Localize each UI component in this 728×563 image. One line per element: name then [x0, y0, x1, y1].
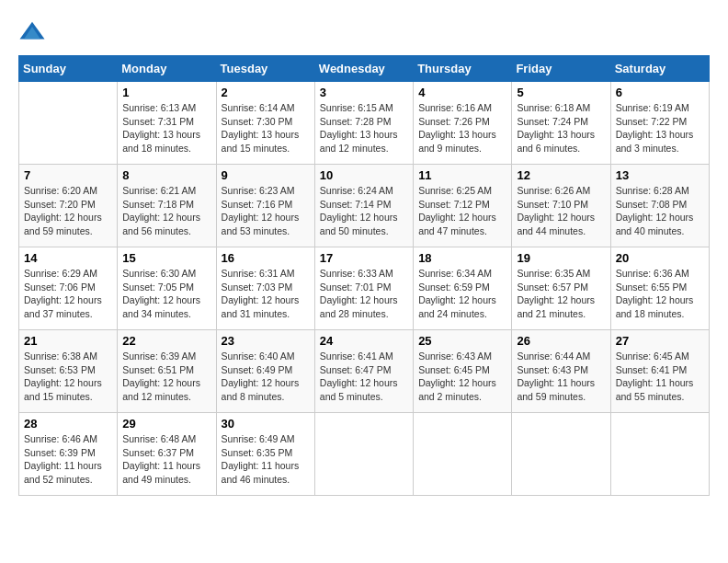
logo-icon: [18, 18, 46, 46]
calendar-cell: [610, 413, 709, 496]
calendar-table: SundayMondayTuesdayWednesdayThursdayFrid…: [18, 55, 710, 496]
day-info: Sunrise: 6:18 AMSunset: 7:24 PMDaylight:…: [517, 102, 595, 154]
weekday-header-sunday: Sunday: [19, 56, 118, 82]
calendar-week-2: 7 Sunrise: 6:20 AMSunset: 7:20 PMDayligh…: [19, 165, 710, 247]
page-header: [18, 18, 710, 46]
calendar-cell: 25 Sunrise: 6:43 AMSunset: 6:45 PMDaylig…: [414, 330, 512, 413]
day-info: Sunrise: 6:20 AMSunset: 7:20 PMDaylight:…: [24, 185, 102, 236]
day-number: 16: [222, 251, 310, 265]
day-number: 1: [122, 86, 210, 99]
logo: [18, 18, 50, 46]
calendar-body: 1 Sunrise: 6:13 AMSunset: 7:31 PMDayligh…: [19, 82, 710, 496]
day-number: 17: [320, 251, 408, 265]
calendar-header: SundayMondayTuesdayWednesdayThursdayFrid…: [19, 56, 710, 82]
day-number: 14: [24, 251, 112, 265]
calendar-cell: [414, 413, 512, 496]
calendar-cell: 24 Sunrise: 6:41 AMSunset: 6:47 PMDaylig…: [314, 330, 413, 413]
weekday-header-tuesday: Tuesday: [216, 56, 314, 82]
calendar-cell: 9 Sunrise: 6:23 AMSunset: 7:16 PMDayligh…: [216, 165, 314, 247]
calendar-cell: 27 Sunrise: 6:45 AMSunset: 6:41 PMDaylig…: [610, 330, 709, 413]
day-info: Sunrise: 6:46 AMSunset: 6:39 PMDaylight:…: [24, 433, 102, 485]
calendar-cell: [314, 413, 413, 496]
day-number: 13: [616, 168, 704, 182]
day-number: 24: [320, 334, 408, 348]
day-number: 3: [320, 86, 408, 99]
day-number: 5: [517, 86, 605, 99]
day-info: Sunrise: 6:23 AMSunset: 7:16 PMDaylight:…: [222, 185, 300, 236]
day-number: 29: [122, 417, 210, 431]
calendar-cell: 1 Sunrise: 6:13 AMSunset: 7:31 PMDayligh…: [118, 82, 216, 165]
calendar-week-1: 1 Sunrise: 6:13 AMSunset: 7:31 PMDayligh…: [19, 82, 710, 165]
calendar-cell: 13 Sunrise: 6:28 AMSunset: 7:08 PMDaylig…: [610, 165, 709, 247]
day-number: 22: [122, 334, 210, 348]
day-info: Sunrise: 6:34 AMSunset: 6:59 PMDaylight:…: [418, 268, 496, 319]
calendar-cell: 12 Sunrise: 6:26 AMSunset: 7:10 PMDaylig…: [512, 165, 610, 247]
day-number: 27: [616, 334, 704, 348]
weekday-header-thursday: Thursday: [414, 56, 512, 82]
day-info: Sunrise: 6:38 AMSunset: 6:53 PMDaylight:…: [24, 350, 102, 402]
day-number: 4: [418, 86, 506, 99]
day-number: 8: [122, 168, 210, 182]
day-number: 20: [616, 251, 704, 265]
calendar-cell: 2 Sunrise: 6:14 AMSunset: 7:30 PMDayligh…: [216, 82, 314, 165]
day-info: Sunrise: 6:40 AMSunset: 6:49 PMDaylight:…: [222, 350, 300, 402]
calendar-cell: [19, 82, 118, 165]
day-number: 21: [24, 334, 112, 348]
day-number: 7: [24, 168, 112, 182]
calendar-week-5: 28 Sunrise: 6:46 AMSunset: 6:39 PMDaylig…: [19, 413, 710, 496]
day-number: 23: [222, 334, 310, 348]
day-info: Sunrise: 6:39 AMSunset: 6:51 PMDaylight:…: [122, 350, 200, 402]
day-info: Sunrise: 6:35 AMSunset: 6:57 PMDaylight:…: [517, 268, 595, 319]
day-info: Sunrise: 6:45 AMSunset: 6:41 PMDaylight:…: [616, 350, 694, 402]
calendar-cell: 29 Sunrise: 6:48 AMSunset: 6:37 PMDaylig…: [118, 413, 216, 496]
day-info: Sunrise: 6:41 AMSunset: 6:47 PMDaylight:…: [320, 350, 398, 402]
day-info: Sunrise: 6:26 AMSunset: 7:10 PMDaylight:…: [517, 185, 595, 236]
day-number: 28: [24, 417, 112, 431]
calendar-cell: 28 Sunrise: 6:46 AMSunset: 6:39 PMDaylig…: [19, 413, 118, 496]
calendar-cell: 8 Sunrise: 6:21 AMSunset: 7:18 PMDayligh…: [118, 165, 216, 247]
day-info: Sunrise: 6:14 AMSunset: 7:30 PMDaylight:…: [222, 102, 300, 154]
calendar-cell: 26 Sunrise: 6:44 AMSunset: 6:43 PMDaylig…: [512, 330, 610, 413]
calendar-week-4: 21 Sunrise: 6:38 AMSunset: 6:53 PMDaylig…: [19, 330, 710, 413]
calendar-cell: 20 Sunrise: 6:36 AMSunset: 6:55 PMDaylig…: [610, 247, 709, 330]
day-info: Sunrise: 6:31 AMSunset: 7:03 PMDaylight:…: [222, 268, 300, 319]
day-info: Sunrise: 6:44 AMSunset: 6:43 PMDaylight:…: [517, 350, 595, 402]
calendar-week-3: 14 Sunrise: 6:29 AMSunset: 7:06 PMDaylig…: [19, 247, 710, 330]
day-info: Sunrise: 6:28 AMSunset: 7:08 PMDaylight:…: [616, 185, 694, 236]
day-info: Sunrise: 6:13 AMSunset: 7:31 PMDaylight:…: [122, 102, 200, 154]
day-info: Sunrise: 6:33 AMSunset: 7:01 PMDaylight:…: [320, 268, 398, 319]
day-info: Sunrise: 6:19 AMSunset: 7:22 PMDaylight:…: [616, 102, 694, 154]
day-info: Sunrise: 6:43 AMSunset: 6:45 PMDaylight:…: [418, 350, 496, 402]
weekday-header-monday: Monday: [118, 56, 216, 82]
calendar-cell: 4 Sunrise: 6:16 AMSunset: 7:26 PMDayligh…: [414, 82, 512, 165]
calendar-cell: 23 Sunrise: 6:40 AMSunset: 6:49 PMDaylig…: [216, 330, 314, 413]
day-info: Sunrise: 6:25 AMSunset: 7:12 PMDaylight:…: [418, 185, 496, 236]
day-info: Sunrise: 6:29 AMSunset: 7:06 PMDaylight:…: [24, 268, 102, 319]
calendar-cell: 6 Sunrise: 6:19 AMSunset: 7:22 PMDayligh…: [610, 82, 709, 165]
day-number: 9: [222, 168, 310, 182]
weekday-header-wednesday: Wednesday: [314, 56, 413, 82]
day-number: 19: [517, 251, 605, 265]
weekday-header-friday: Friday: [512, 56, 610, 82]
day-number: 10: [320, 168, 408, 182]
calendar-cell: 16 Sunrise: 6:31 AMSunset: 7:03 PMDaylig…: [216, 247, 314, 330]
day-number: 25: [418, 334, 506, 348]
calendar-cell: 11 Sunrise: 6:25 AMSunset: 7:12 PMDaylig…: [414, 165, 512, 247]
day-number: 15: [122, 251, 210, 265]
day-info: Sunrise: 6:24 AMSunset: 7:14 PMDaylight:…: [320, 185, 398, 236]
weekday-row: SundayMondayTuesdayWednesdayThursdayFrid…: [19, 56, 710, 82]
calendar-cell: 10 Sunrise: 6:24 AMSunset: 7:14 PMDaylig…: [314, 165, 413, 247]
calendar-cell: 5 Sunrise: 6:18 AMSunset: 7:24 PMDayligh…: [512, 82, 610, 165]
calendar-cell: 19 Sunrise: 6:35 AMSunset: 6:57 PMDaylig…: [512, 247, 610, 330]
day-info: Sunrise: 6:21 AMSunset: 7:18 PMDaylight:…: [122, 185, 200, 236]
calendar-cell: 18 Sunrise: 6:34 AMSunset: 6:59 PMDaylig…: [414, 247, 512, 330]
calendar-cell: 15 Sunrise: 6:30 AMSunset: 7:05 PMDaylig…: [118, 247, 216, 330]
calendar-cell: 22 Sunrise: 6:39 AMSunset: 6:51 PMDaylig…: [118, 330, 216, 413]
day-info: Sunrise: 6:36 AMSunset: 6:55 PMDaylight:…: [616, 268, 694, 319]
day-number: 30: [222, 417, 310, 431]
calendar-cell: 17 Sunrise: 6:33 AMSunset: 7:01 PMDaylig…: [314, 247, 413, 330]
day-number: 2: [222, 86, 310, 99]
day-number: 18: [418, 251, 506, 265]
day-number: 12: [517, 168, 605, 182]
day-number: 11: [418, 168, 506, 182]
